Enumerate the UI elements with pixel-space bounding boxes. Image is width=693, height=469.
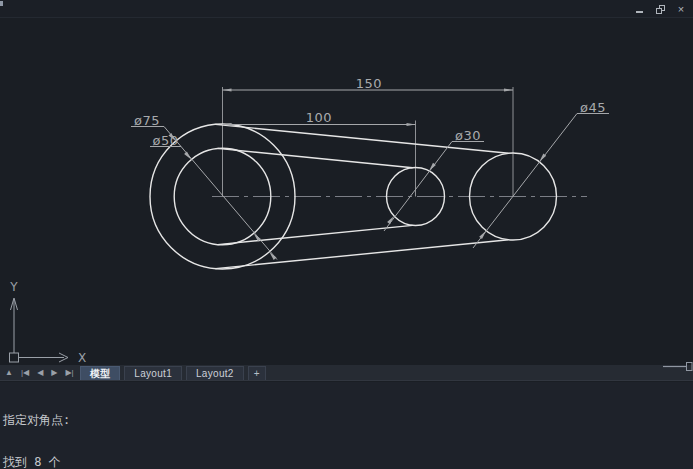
- tab-layout1[interactable]: Layout1: [124, 366, 182, 380]
- tab-layout2[interactable]: Layout2: [186, 366, 244, 380]
- add-layout-button[interactable]: +: [248, 366, 266, 380]
- dia-45-text: ø45: [580, 100, 606, 115]
- title-bar: ×: [0, 0, 693, 18]
- dim-100-text: 100: [306, 110, 332, 125]
- dia-50-text: ø50: [153, 133, 179, 148]
- ucs-y-label: Y: [9, 280, 18, 294]
- command-line-panel[interactable]: 指定对角点: 找到 8 个 选择对象: 指定基点: 指定缩放比例或 [复制(C)…: [0, 382, 693, 469]
- ucs-icon: Y X: [9, 280, 86, 365]
- command-history-line: 找到 8 个: [3, 455, 693, 469]
- cad-application-window: ×: [0, 0, 693, 469]
- dia-30-leader: [384, 142, 452, 232]
- first-tab-icon[interactable]: |◀: [17, 365, 33, 381]
- next-tab-icon[interactable]: ▶: [47, 365, 61, 381]
- inner-tangent-top: [218, 148, 413, 167]
- inner-tangent-bottom: [218, 225, 413, 244]
- minimize-button[interactable]: [633, 3, 645, 15]
- last-tab-icon[interactable]: ▶|: [61, 365, 77, 381]
- drawing-svg: 150 100 ø75 ø50 ø30 ø45 Y X: [0, 18, 693, 365]
- model-space-canvas[interactable]: 150 100 ø75 ø50 ø30 ø45 Y X: [0, 18, 693, 365]
- scrollbar-tail[interactable]: [663, 362, 693, 371]
- prev-tab-icon[interactable]: ◀: [33, 365, 47, 381]
- dim-150-text: 150: [356, 76, 382, 91]
- dimension-arrowheads: [169, 89, 547, 260]
- command-history-line: 指定对角点:: [3, 413, 693, 427]
- tab-menu-icon[interactable]: ▲: [0, 365, 17, 381]
- outer-tangent-bottom: [215, 240, 508, 269]
- ucs-x-label: X: [78, 351, 86, 365]
- window-controls: ×: [633, 0, 687, 18]
- close-button[interactable]: ×: [675, 3, 687, 15]
- dia-45-leader: [473, 114, 577, 249]
- dia-75-text: ø75: [134, 113, 160, 128]
- restore-icon: [656, 5, 665, 14]
- app-corner-sliver: [0, 1, 3, 6]
- layout-tab-bar: ▲ |◀ ◀ ▶ ▶| 模型 Layout1 Layout2 +: [0, 365, 693, 381]
- dimension-lines[interactable]: [131, 90, 609, 260]
- restore-button[interactable]: [654, 3, 666, 15]
- dia-30-text: ø30: [455, 128, 481, 143]
- tab-model[interactable]: 模型: [80, 366, 121, 380]
- minimize-icon: [636, 11, 643, 13]
